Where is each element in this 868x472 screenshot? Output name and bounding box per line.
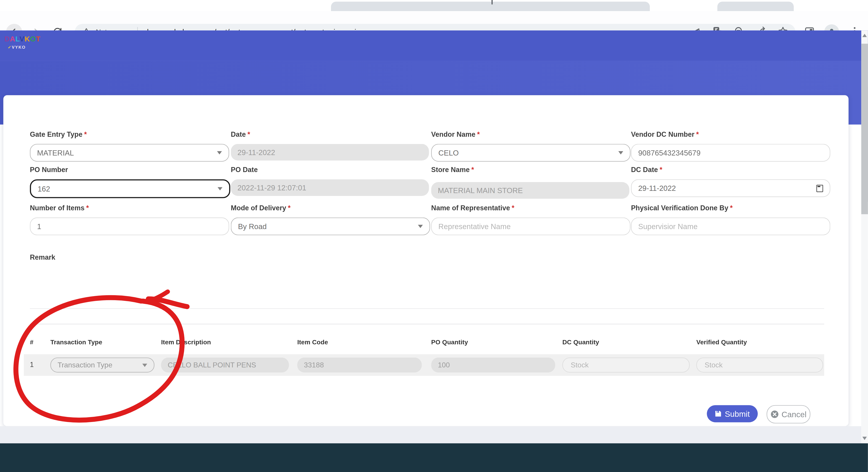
vendor-name-label: Vendor Name* xyxy=(431,131,480,138)
physical-verification-label: Physical Verification Done By* xyxy=(631,204,733,212)
dc-date-label: DC Date* xyxy=(631,166,662,174)
verified-quantity-field[interactable] xyxy=(704,360,816,370)
verified-quantity-input[interactable] xyxy=(696,357,823,372)
save-icon xyxy=(715,410,722,417)
col-header-po-quantity: PO Quantity xyxy=(431,339,468,345)
chevron-down-icon xyxy=(142,363,147,367)
item-table-row: 1 Transaction Type CELLO BALL POINT PENS… xyxy=(24,354,824,376)
chevron-down-icon xyxy=(618,151,623,154)
remark-label: Remark xyxy=(30,254,55,261)
mode-of-delivery-label: Mode of Delivery* xyxy=(231,204,291,212)
browser-toolbar: Not secure demo.vykohms.com/uat/gate-man… xyxy=(0,11,868,31)
col-header-verified-quantity: Verified Quantity xyxy=(696,339,747,345)
cancel-label: Cancel xyxy=(781,410,806,418)
dc-date-input[interactable]: 29-11-2022 xyxy=(631,179,830,197)
number-of-items-label: Number of Items* xyxy=(30,204,89,212)
transaction-type-placeholder: Transaction Type xyxy=(58,361,112,369)
screenshot-viewport: Not secure demo.vykohms.com/uat/gate-man… xyxy=(0,0,868,472)
date-label: Date* xyxy=(231,131,250,138)
submit-label: Submit xyxy=(725,409,750,418)
po-number-value: 162 xyxy=(38,185,50,193)
col-header-index: # xyxy=(30,339,33,345)
browser-tab-strip xyxy=(0,0,868,11)
tab-divider xyxy=(492,0,493,4)
number-of-items-input[interactable] xyxy=(30,218,229,235)
table-top-border xyxy=(30,324,824,324)
gate-entry-type-label: Gate Entry Type* xyxy=(30,131,87,138)
app-logo[interactable]: DALVKOT ✓VYKO xyxy=(0,30,39,61)
submit-button[interactable]: Submit xyxy=(707,405,758,422)
scroll-down-arrow[interactable] xyxy=(862,436,867,441)
item-description-input: CELLO BALL POINT PENS xyxy=(161,357,289,372)
mode-of-delivery-value: By Road xyxy=(238,222,267,231)
supervisor-name-field[interactable] xyxy=(638,222,823,231)
vendor-dc-number-label: Vendor DC Number* xyxy=(631,131,699,138)
inactive-tab[interactable] xyxy=(717,2,794,11)
po-number-select[interactable]: 162 xyxy=(30,179,230,198)
chevron-down-icon xyxy=(418,225,423,228)
dc-quantity-field[interactable] xyxy=(569,360,683,370)
page-scrollbar[interactable] xyxy=(861,30,868,443)
vendor-dc-number-value[interactable] xyxy=(638,149,823,157)
screen: Not secure demo.vykohms.com/uat/gate-man… xyxy=(0,0,868,472)
supervisor-name-input[interactable] xyxy=(631,218,830,235)
windows-taskbar: 12:42 29-11-2022 2 xyxy=(0,443,868,472)
page-background-strip xyxy=(0,426,861,443)
logo-wordmark: DALVKOT xyxy=(4,35,41,43)
representative-name-input[interactable] xyxy=(431,218,630,235)
inactive-tab[interactable] xyxy=(331,2,650,11)
app-header: DALVKOT ✓VYKO JAGADEESH xyxy=(0,30,868,61)
chevron-down-icon xyxy=(217,151,222,154)
number-of-items-value[interactable] xyxy=(37,222,222,231)
col-header-dc-quantity: DC Quantity xyxy=(562,339,599,345)
vendor-dc-number-input[interactable] xyxy=(631,144,830,162)
po-number-label: PO Number xyxy=(30,166,68,174)
row-index: 1 xyxy=(30,361,34,369)
scroll-up-arrow[interactable] xyxy=(862,33,867,38)
date-picker-icon[interactable] xyxy=(816,185,823,192)
logo-subtext: ✓VYKO xyxy=(8,45,26,50)
mode-of-delivery-select[interactable]: By Road xyxy=(231,218,430,235)
po-date-label: PO Date xyxy=(231,166,258,174)
vendor-name-select[interactable]: CELO xyxy=(431,144,630,162)
col-header-item-description: Item Description xyxy=(161,339,211,345)
item-code-input: 33188 xyxy=(297,357,422,372)
col-header-transaction-type: Transaction Type xyxy=(50,339,102,345)
po-quantity-input: 100 xyxy=(431,357,555,372)
cancel-button[interactable]: Cancel xyxy=(767,405,810,423)
gate-entry-type-select[interactable]: MATERIAL xyxy=(30,144,229,162)
cancel-x-icon xyxy=(770,410,779,418)
transaction-type-select[interactable]: Transaction Type xyxy=(50,357,154,372)
representative-name-field[interactable] xyxy=(438,222,623,231)
po-date-input: 2022-11-29 12:07:01 xyxy=(231,179,429,196)
section-divider xyxy=(30,308,824,309)
dc-date-value: 29-11-2022 xyxy=(638,184,676,192)
store-name-input: MATERIAL MAIN STORE xyxy=(431,182,629,198)
store-name-label: Store Name* xyxy=(431,166,474,174)
scrollbar-thumb[interactable] xyxy=(861,44,868,214)
date-input: 29-11-2022 xyxy=(231,144,429,160)
gate-entry-type-value: MATERIAL xyxy=(37,149,74,157)
col-header-item-code: Item Code xyxy=(297,339,328,345)
dc-quantity-input[interactable] xyxy=(562,357,690,372)
name-of-representative-label: Name of Representative* xyxy=(431,204,515,212)
chevron-down-icon xyxy=(218,187,222,190)
vendor-name-value: CELO xyxy=(438,149,459,157)
